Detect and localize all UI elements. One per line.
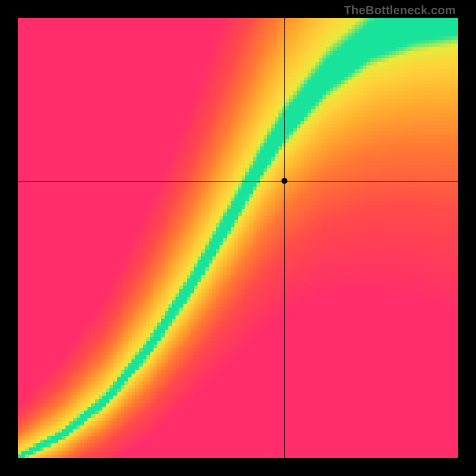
- heatmap-canvas: [18, 18, 458, 458]
- heatmap-plot: [18, 18, 458, 458]
- outer-frame: TheBottleneck.com: [0, 0, 476, 476]
- crosshair-marker-dot: [281, 178, 287, 184]
- watermark-text: TheBottleneck.com: [344, 4, 456, 17]
- crosshair-vertical: [284, 18, 285, 458]
- crosshair-horizontal: [18, 181, 458, 181]
